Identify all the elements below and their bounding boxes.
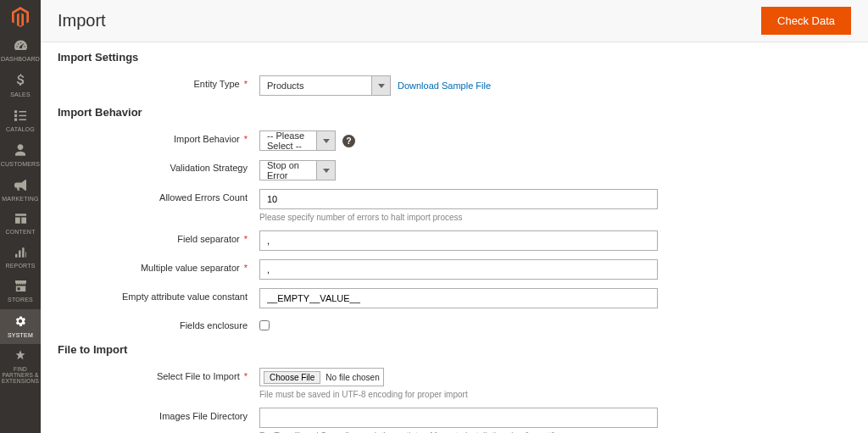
nav-label: DASHBOARD xyxy=(1,56,40,63)
nav-dashboard[interactable]: DASHBOARD xyxy=(0,34,41,68)
download-sample-link[interactable]: Download Sample File xyxy=(398,80,491,91)
choose-file-button[interactable]: Choose File xyxy=(264,371,320,384)
nav-stores[interactable]: STORES xyxy=(0,275,41,308)
empty-attribute-label: Empty attribute value constant xyxy=(122,291,248,302)
gear-icon xyxy=(14,315,26,330)
magento-logo-icon xyxy=(12,7,29,27)
import-behavior-label: Import Behavior xyxy=(174,134,240,144)
page-header: Import Check Data xyxy=(41,0,868,42)
select-value: Products xyxy=(260,80,371,91)
required-indicator: * xyxy=(244,263,248,273)
page-title: Import xyxy=(58,11,106,31)
nav-marketing[interactable]: MARKETING xyxy=(0,174,41,208)
section-title: File to Import xyxy=(58,343,851,356)
select-value: -- Please Select -- xyxy=(260,130,316,151)
nav-label: MARKETING xyxy=(2,196,38,203)
content-icon xyxy=(15,214,26,226)
file-status-text: No file chosen xyxy=(326,373,379,382)
help-icon[interactable]: ? xyxy=(342,135,355,147)
nav-sales[interactable]: SALES xyxy=(0,68,41,103)
allowed-errors-input[interactable] xyxy=(259,189,658,209)
section-file-to-import: File to Import Select File to Import * C… xyxy=(58,343,851,433)
nav-label: FIND PARTNERS & EXTENSIONS xyxy=(2,366,39,384)
main-content: Import Check Data Import Settings Entity… xyxy=(41,0,868,433)
required-indicator: * xyxy=(244,234,248,244)
field-separator-label: Field separator xyxy=(177,234,239,244)
magento-logo[interactable] xyxy=(0,0,41,34)
nav-catalog[interactable]: CATALOG xyxy=(0,104,41,138)
nav-partners[interactable]: FIND PARTNERS & EXTENSIONS xyxy=(0,344,41,390)
reports-icon xyxy=(15,247,26,260)
required-indicator: * xyxy=(244,134,248,144)
entity-type-select[interactable]: Products xyxy=(259,75,391,96)
catalog-icon xyxy=(14,110,26,124)
required-indicator: * xyxy=(244,371,248,381)
chevron-down-icon xyxy=(316,131,335,150)
required-indicator: * xyxy=(244,79,248,89)
field-separator-input[interactable] xyxy=(259,230,658,251)
nav-label: SYSTEM xyxy=(8,332,33,339)
validation-strategy-select[interactable]: Stop on Error xyxy=(259,160,336,180)
nav-label: CUSTOMERS xyxy=(1,161,40,168)
empty-attribute-input[interactable] xyxy=(259,288,658,308)
nav-content[interactable]: CONTENT xyxy=(0,208,41,241)
section-title: Import Behavior xyxy=(58,106,851,119)
images-dir-label: Images File Directory xyxy=(159,411,248,421)
multi-value-separator-label: Multiple value separator xyxy=(141,263,240,273)
file-input-wrapper: Choose File No file chosen xyxy=(259,368,384,386)
file-note: File must be saved in UTF-8 encoding for… xyxy=(259,390,658,399)
section-title: Import Settings xyxy=(58,51,851,64)
select-value: Stop on Error xyxy=(260,160,316,180)
validation-strategy-label: Validation Strategy xyxy=(170,163,248,173)
megaphone-icon xyxy=(14,180,26,193)
import-behavior-select[interactable]: -- Please Select -- xyxy=(259,130,336,151)
section-import-settings: Import Settings Entity Type * Products D… xyxy=(58,51,851,96)
check-data-button[interactable]: Check Data xyxy=(761,7,851,35)
allowed-errors-label: Allowed Errors Count xyxy=(159,192,248,203)
section-import-behavior: Import Behavior Import Behavior * -- Ple… xyxy=(58,106,851,333)
nav-label: STORES xyxy=(8,297,33,303)
select-file-label: Select File to Import xyxy=(157,371,240,381)
nav-system[interactable]: SYSTEM xyxy=(0,309,41,344)
nav-label: SALES xyxy=(10,92,31,98)
fields-enclosure-checkbox[interactable] xyxy=(259,320,270,330)
sidebar: DASHBOARD SALES CATALOG CUSTOMERS MARKET… xyxy=(0,0,41,433)
entity-type-label: Entity Type xyxy=(194,79,240,89)
nav-customers[interactable]: CUSTOMERS xyxy=(0,138,41,173)
nav-label: CATALOG xyxy=(6,126,35,133)
multi-value-separator-input[interactable] xyxy=(259,259,658,280)
chevron-down-icon xyxy=(371,76,390,95)
chevron-down-icon xyxy=(316,161,335,180)
person-icon xyxy=(15,144,25,158)
fields-enclosure-label: Fields enclosure xyxy=(180,320,248,330)
nav-label: CONTENT xyxy=(5,229,35,236)
allowed-errors-note: Please specify number of errors to halt … xyxy=(259,213,658,222)
dollar-icon xyxy=(16,74,25,89)
stores-icon xyxy=(15,280,26,294)
images-dir-input[interactable] xyxy=(259,408,658,428)
partners-icon xyxy=(14,350,26,364)
nav-reports[interactable]: REPORTS xyxy=(0,241,41,275)
dashboard-icon xyxy=(14,40,27,53)
nav-label: REPORTS xyxy=(5,263,35,269)
